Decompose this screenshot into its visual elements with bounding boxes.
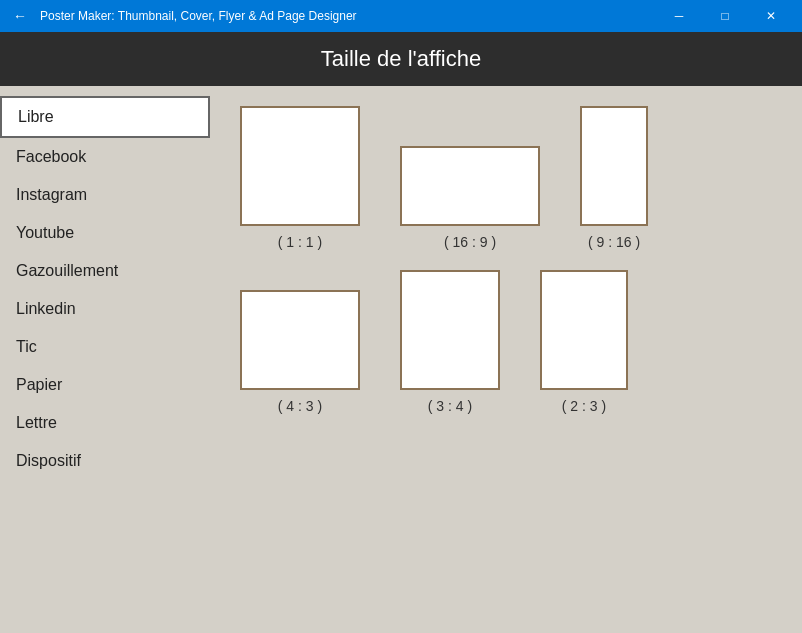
poster-item-3-4[interactable]: ( 3 : 4 ) [400, 270, 500, 414]
poster-row-0: ( 1 : 1 )( 16 : 9 )( 9 : 16 ) [240, 106, 772, 250]
sidebar-item-linkedin[interactable]: Linkedin [0, 290, 210, 328]
poster-grid: ( 1 : 1 )( 16 : 9 )( 9 : 16 )( 4 : 3 )( … [210, 86, 802, 633]
poster-item-16-9[interactable]: ( 16 : 9 ) [400, 146, 540, 250]
main-content: LibreFacebookInstagramYoutubeGazouilleme… [0, 86, 802, 633]
sidebar-item-youtube[interactable]: Youtube [0, 214, 210, 252]
poster-preview-1-1 [240, 106, 360, 226]
poster-item-9-16[interactable]: ( 9 : 16 ) [580, 106, 648, 250]
sidebar-item-lettre[interactable]: Lettre [0, 404, 210, 442]
close-button[interactable]: ✕ [748, 0, 794, 32]
minimize-button[interactable]: ─ [656, 0, 702, 32]
page-title: Taille de l'affiche [321, 46, 481, 71]
poster-preview-16-9 [400, 146, 540, 226]
poster-preview-9-16 [580, 106, 648, 226]
sidebar-item-facebook[interactable]: Facebook [0, 138, 210, 176]
sidebar-item-dispositif[interactable]: Dispositif [0, 442, 210, 480]
app-title: Poster Maker: Thumbnail, Cover, Flyer & … [40, 9, 656, 23]
title-bar: ← Poster Maker: Thumbnail, Cover, Flyer … [0, 0, 802, 32]
poster-item-1-1[interactable]: ( 1 : 1 ) [240, 106, 360, 250]
poster-label-4-3: ( 4 : 3 ) [278, 398, 322, 414]
sidebar-item-tic[interactable]: Tic [0, 328, 210, 366]
poster-label-16-9: ( 16 : 9 ) [444, 234, 496, 250]
app-header: Taille de l'affiche [0, 32, 802, 86]
sidebar-item-papier[interactable]: Papier [0, 366, 210, 404]
back-button[interactable]: ← [8, 4, 32, 28]
sidebar-item-instagram[interactable]: Instagram [0, 176, 210, 214]
poster-preview-2-3 [540, 270, 628, 390]
maximize-button[interactable]: □ [702, 0, 748, 32]
poster-label-1-1: ( 1 : 1 ) [278, 234, 322, 250]
poster-label-3-4: ( 3 : 4 ) [428, 398, 472, 414]
sidebar-item-libre[interactable]: Libre [0, 96, 210, 138]
poster-label-2-3: ( 2 : 3 ) [562, 398, 606, 414]
poster-preview-3-4 [400, 270, 500, 390]
window-controls: ─ □ ✕ [656, 0, 794, 32]
poster-label-9-16: ( 9 : 16 ) [588, 234, 640, 250]
sidebar-item-gazouillement[interactable]: Gazouillement [0, 252, 210, 290]
poster-preview-4-3 [240, 290, 360, 390]
sidebar: LibreFacebookInstagramYoutubeGazouilleme… [0, 86, 210, 633]
poster-item-2-3[interactable]: ( 2 : 3 ) [540, 270, 628, 414]
poster-row-1: ( 4 : 3 )( 3 : 4 )( 2 : 3 ) [240, 270, 772, 414]
poster-item-4-3[interactable]: ( 4 : 3 ) [240, 290, 360, 414]
